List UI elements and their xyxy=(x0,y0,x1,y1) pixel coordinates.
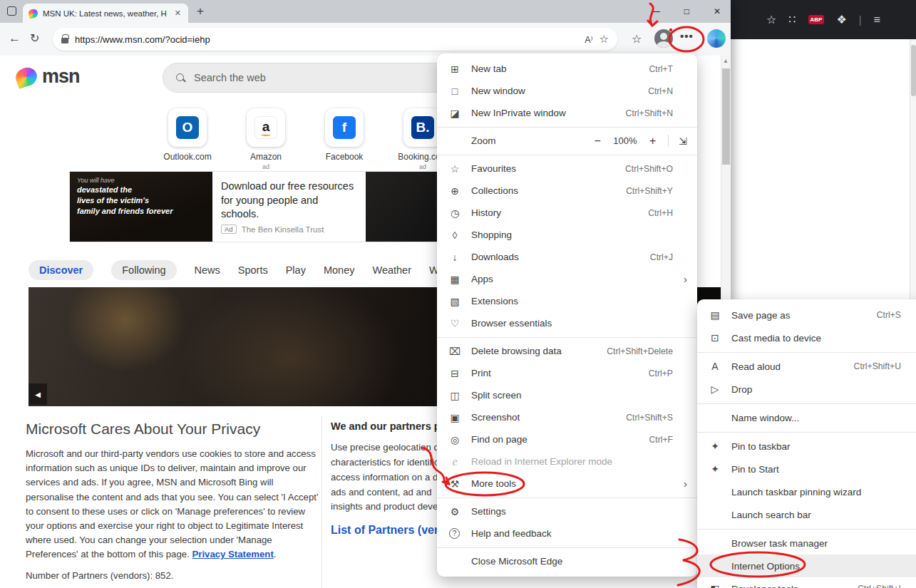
amazon-icon: a xyxy=(254,116,277,139)
menu-item-browser-essentials[interactable]: ♡Browser essentials› xyxy=(437,312,697,334)
msn-logo[interactable]: msn xyxy=(16,66,80,88)
zoom-out-button[interactable]: − xyxy=(592,135,603,148)
menu-item-label: Pin to taskbar xyxy=(731,441,901,452)
menu-item-launch-taskbar-pinning-wizard[interactable]: Launch taskbar pinning wizard› xyxy=(697,480,916,503)
menu-item-screenshot[interactable]: ▣ScreenshotCtrl+Shift+S› xyxy=(437,406,697,428)
menu-item-more-tools[interactable]: ⚒More tools› xyxy=(437,473,697,495)
window-controls: — □ ✕ xyxy=(652,0,726,23)
add-favorite-icon[interactable]: ☆ xyxy=(599,33,609,46)
menu-item-pin-to-taskbar[interactable]: ✦Pin to taskbar› xyxy=(697,435,916,458)
pin-icon: ✦ xyxy=(708,463,722,475)
puzzle-icon[interactable]: ❖ xyxy=(836,13,846,26)
menu-item-read-aloud[interactable]: ARead aloudCtrl+Shift+U› xyxy=(697,355,916,378)
menu-item-browser-task-manager[interactable]: Browser task manager› xyxy=(697,532,916,555)
menu-item-extensions[interactable]: ▧Extensions› xyxy=(437,290,697,312)
menu-item-new-inprivate-window[interactable]: ◪New InPrivate windowCtrl+Shift+N› xyxy=(437,102,697,124)
ad-banner[interactable]: You will havedevastated thelives of the … xyxy=(69,171,456,242)
tab-actions-icon[interactable] xyxy=(7,6,16,16)
refresh-icon[interactable]: ↻ xyxy=(30,31,39,45)
menu-item-pin-to-start[interactable]: ✦Pin to Start› xyxy=(697,458,916,480)
scroll-up-icon[interactable]: ▲ xyxy=(723,58,729,64)
tab-title: MSN UK: Latest news, weather, H xyxy=(43,9,168,18)
menu-item-collections[interactable]: ⊕CollectionsCtrl+Shift+Y› xyxy=(437,180,697,202)
ad-banner-text: Download our free resources for young pe… xyxy=(221,180,357,225)
menu-item-history[interactable]: ◷HistoryCtrl+H› xyxy=(437,202,697,224)
nav-item-money[interactable]: Money xyxy=(324,264,355,276)
menu-item-settings[interactable]: ⚙Settings› xyxy=(437,500,697,522)
browser-tab[interactable]: MSN UK: Latest news, weather, H ✕ xyxy=(23,4,188,23)
menu-item-favourites[interactable]: ☆FavouritesCtrl+Shift+O› xyxy=(437,158,697,180)
wiki-scrollbar-thumb[interactable] xyxy=(911,45,916,96)
nav-item-news[interactable]: News xyxy=(195,264,220,276)
page-scrollbar-thumb[interactable] xyxy=(722,68,730,165)
extensions-icon: ▧ xyxy=(448,296,462,307)
maximize-button[interactable]: □ xyxy=(684,6,689,16)
profile-avatar[interactable] xyxy=(654,29,673,48)
menu-item-name-window[interactable]: Name window...› xyxy=(697,406,916,429)
menu-item-shortcut: Ctrl+Shift+U xyxy=(854,361,901,371)
menu-item-close-microsoft-edge[interactable]: Close Microsoft Edge› xyxy=(437,550,697,572)
edge-main-menu: ⊞New tabCtrl+T›□New windowCtrl+N›◪New In… xyxy=(437,53,697,577)
help-icon: ? xyxy=(449,528,460,539)
back-icon[interactable]: ← xyxy=(9,31,21,46)
menu-item-launch-search-bar[interactable]: Launch search bar› xyxy=(697,503,916,526)
menu-item-developer-tools[interactable]: ◧Developer toolsCtrl+Shift+I› xyxy=(697,577,916,588)
find-icon: ◎ xyxy=(448,434,462,445)
menu-item-downloads[interactable]: ↓DownloadsCtrl+J› xyxy=(437,246,697,268)
nav-item-play[interactable]: Play xyxy=(286,264,306,276)
menu-item-cast-media-to-device[interactable]: ⊡Cast media to device› xyxy=(697,326,916,349)
menu-item-delete-browsing-data[interactable]: ⌧Delete browsing dataCtrl+Shift+Delete› xyxy=(437,340,697,362)
menu-item-internet-options[interactable]: Internet Options› xyxy=(697,555,916,577)
menu-item-label: New tab xyxy=(471,63,649,74)
privacy-statement-link[interactable]: Privacy Statement xyxy=(192,549,273,559)
ad-image-text-line: You will have xyxy=(77,176,205,185)
fullscreen-icon[interactable]: ⇲ xyxy=(679,135,687,147)
apps-icon: ▦ xyxy=(448,274,462,285)
nav-item-weather[interactable]: Weather xyxy=(372,264,411,276)
menu-item-new-window[interactable]: □New windowCtrl+N› xyxy=(437,80,697,102)
save-icon: ▤ xyxy=(708,309,722,321)
zoom-in-button[interactable]: + xyxy=(647,135,658,148)
abp-extension-icon[interactable]: ABP xyxy=(808,15,825,24)
msn-search-box[interactable]: Search the web xyxy=(163,63,469,93)
ad-banner-body: Download our free resources for young pe… xyxy=(212,172,366,242)
menu-item-shopping[interactable]: ◊Shopping› xyxy=(437,224,697,246)
menu-item-apps[interactable]: ▦Apps› xyxy=(437,268,697,290)
settings-and-more-button[interactable]: ••• xyxy=(680,30,694,42)
apps-grid-icon[interactable]: ∷ xyxy=(788,13,796,26)
history-icon: ◷ xyxy=(448,207,462,219)
menu-item-label: Shopping xyxy=(471,229,673,240)
close-button[interactable]: ✕ xyxy=(714,6,721,16)
menu-item-print[interactable]: ⊟PrintCtrl+P› xyxy=(437,362,697,384)
read-aloud-icon[interactable]: A⁾ xyxy=(585,34,592,45)
privacy-left-column: Microsoft Cares About Your Privacy Micro… xyxy=(26,421,321,581)
favourites-bar-icon[interactable]: ☆ xyxy=(632,32,642,46)
menu-item-find-on-page[interactable]: ◎Find on pageCtrl+F› xyxy=(437,428,697,450)
url-text[interactable]: https://www.msn.com/?ocid=iehp xyxy=(75,34,578,45)
copilot-icon[interactable] xyxy=(707,29,726,48)
menu-item-zoom: Zoom−100%+⇲ xyxy=(437,130,697,152)
menu-item-shortcut: Ctrl+H xyxy=(648,208,673,218)
minimize-button[interactable]: — xyxy=(652,6,660,16)
menu-item-split-screen[interactable]: ◫Split screen› xyxy=(437,384,697,406)
nav-item-sports[interactable]: Sports xyxy=(238,264,268,276)
privacy-body-text: Microsoft and our third-party vendors us… xyxy=(26,448,318,559)
menu-item-help-and-feedback[interactable]: ?Help and feedback› xyxy=(437,522,697,545)
nav-item-discover[interactable]: Discover xyxy=(29,260,93,280)
nav-item-following[interactable]: Following xyxy=(111,260,176,280)
star-icon[interactable]: ☆ xyxy=(766,13,776,26)
menu-item-drop[interactable]: ▷Drop› xyxy=(697,378,916,401)
menu-item-new-tab[interactable]: ⊞New tabCtrl+T› xyxy=(437,58,697,80)
tab-close-icon[interactable]: ✕ xyxy=(173,9,182,18)
zoom-divider xyxy=(668,135,669,147)
address-bar[interactable]: https://www.msn.com/?ocid=iehp A⁾ ☆ xyxy=(53,28,617,51)
carousel-previous-button[interactable]: ◀ xyxy=(29,383,47,405)
quick-link-outlook-com[interactable]: OOutlook.com xyxy=(164,108,211,170)
menu-item-save-page-as[interactable]: ▤Save page asCtrl+S› xyxy=(697,304,916,326)
devtools-icon: ◧ xyxy=(708,583,722,588)
quick-link-amazon[interactable]: aAmazonad xyxy=(242,108,289,170)
quick-link-facebook[interactable]: fFacebook xyxy=(321,108,368,170)
new-tab-button[interactable]: + xyxy=(197,4,204,19)
menu-icon[interactable]: ≡ xyxy=(873,14,880,26)
tools-icon: ⚒ xyxy=(448,478,462,490)
